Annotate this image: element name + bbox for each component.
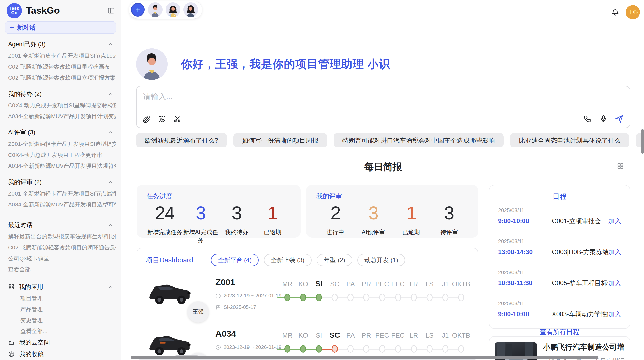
section-my-todo[interactable]: 我的待办 (2)	[8, 90, 113, 98]
entry-title: C003|H0B-方案冻结评审	[552, 248, 608, 256]
list-item[interactable]: Z001-全新燃油皮卡产品开发项目SI节点Lesson Learn报告	[5, 50, 116, 61]
section-label: 最近对话	[8, 221, 33, 229]
join-link[interactable]: 加入	[608, 248, 621, 256]
horizontal-scrollbar[interactable]	[131, 356, 598, 359]
project-code: Z001	[215, 277, 278, 287]
stat-label: 已逾期	[255, 228, 290, 236]
list-item[interactable]: C02-飞腾新能源轻客改款项目立项汇报方案	[5, 72, 116, 83]
stat-in-progress: 2 进行中	[316, 204, 354, 236]
chevron-up-icon[interactable]	[108, 41, 113, 47]
entry-date: 2025/03/11	[498, 238, 621, 244]
image-upload-icon[interactable]	[158, 115, 166, 123]
join-link[interactable]: 加入	[608, 310, 621, 318]
list-item[interactable]: 查看全部...	[5, 264, 116, 275]
join-link[interactable]: 加入	[608, 279, 621, 287]
section-agent-done[interactable]: Agent已办 (3)	[8, 40, 113, 48]
tab-new-body[interactable]: 全新上装 (3)	[264, 254, 312, 266]
list-item[interactable]: C02-飞腾新能源轻客改款项目里程碑画布	[5, 61, 116, 72]
favorites-icon	[8, 351, 15, 357]
sidebar: Task Go TaskGo + 新对话 Agent已办 (3) Z001-全新…	[0, 0, 121, 360]
avatar[interactable]	[148, 2, 163, 17]
project-date-range: 2023-12-19 ~ 2027-01-19	[224, 293, 281, 299]
sidebar-item-favorites[interactable]: 我的收藏	[5, 348, 116, 360]
stat-label: 新增完成任务	[147, 228, 183, 236]
list-item[interactable]: A034-全新新能源MUV产品开发项目法规符合性评审	[5, 160, 116, 171]
milestone-label: PR	[362, 278, 371, 288]
tab-powertrain-dev[interactable]: 动总开发 (1)	[357, 254, 405, 266]
stat-label: 新增AI完成任务	[183, 228, 218, 244]
section-my-review[interactable]: 我的评审 (2)	[8, 178, 113, 186]
list-item[interactable]: Z001-全新燃油轻卡产品开发项目SI造型提交物评审	[5, 139, 116, 149]
stat-label: 已逾期	[392, 228, 430, 236]
stat-overdue: 1 已逾期	[392, 204, 430, 236]
sidebar-item-product-mgmt[interactable]: 产品管理	[5, 304, 116, 315]
chevron-up-icon[interactable]	[108, 179, 113, 185]
milestone-dot	[411, 345, 417, 353]
suggestion-chip[interactable]: 如何写一份清晰的项目周报	[233, 133, 327, 147]
sidebar-item-change-mgmt[interactable]: 变更管理	[5, 315, 116, 326]
microphone-icon[interactable]	[599, 115, 607, 123]
list-item[interactable]: C02-飞腾新能源轻客改款项目的闭环通告反馈情况	[5, 242, 116, 253]
phone-call-icon[interactable]	[583, 115, 592, 123]
milestone-label: SC	[330, 278, 339, 288]
sidebar-item-project-mgmt[interactable]: 项目管理	[5, 293, 116, 304]
stat-label: 我的待办	[219, 228, 255, 236]
milestone-dot	[427, 345, 433, 353]
list-item[interactable]: C0X4-动力总成开发项目工程变更评审	[5, 149, 116, 160]
send-icon[interactable]	[615, 114, 624, 123]
section-ai-review[interactable]: AI评审 (3)	[8, 128, 113, 137]
list-item[interactable]: A034-全新新能源MUV产品开发项目造型可行性评审	[5, 199, 116, 210]
stat-new-done: 24 新增完成任务	[147, 204, 183, 244]
new-chat-button[interactable]: + 新对话	[5, 21, 116, 34]
milestone: PEC	[374, 278, 390, 301]
suggestion-chip[interactable]: 比亚迪全固态电池计划具体说了什么	[510, 133, 629, 147]
list-item[interactable]: A034-全新新能源MUV产品开发项目计划变更表编写	[5, 111, 116, 122]
attachment-icon[interactable]	[143, 115, 151, 123]
section-recent-chats[interactable]: 最近对话	[8, 221, 113, 229]
assistant-avatar	[136, 48, 168, 80]
section-my-apps[interactable]: 我的应用	[8, 283, 113, 291]
avatar[interactable]	[183, 2, 198, 17]
chevron-up-icon[interactable]	[108, 284, 113, 290]
list-item[interactable]: 公司Q3轻卡销量	[5, 253, 116, 264]
milestone-label: MR	[282, 278, 292, 288]
project-row[interactable]: 王强 Z001 2023-12-19 ~ 2027-01-19 SI-2025-…	[146, 276, 469, 319]
entry-time: 10:30-11:30	[498, 279, 552, 287]
milestone-label: OKTB	[452, 329, 470, 339]
entry-time: 13:00-14:30	[498, 248, 552, 256]
add-session-button[interactable]: +	[131, 3, 145, 17]
chevron-up-icon[interactable]	[108, 91, 113, 97]
chevron-up-icon[interactable]	[108, 222, 113, 228]
stat-value: 3	[219, 204, 255, 222]
scissors-icon[interactable]	[173, 115, 181, 123]
composer-right-tools	[583, 114, 624, 123]
chat-input[interactable]	[143, 92, 449, 101]
sidebar-item-view-all-apps[interactable]: 查看全部...	[5, 326, 116, 337]
milestone-dot	[300, 294, 306, 301]
view-all-schedule-link[interactable]: 查看所有日程	[498, 327, 621, 336]
vertical-scrollbar[interactable]	[641, 129, 644, 154]
user-avatar[interactable]: 王强	[626, 5, 640, 19]
tab-all-new-platform[interactable]: 全新平台 (4)	[211, 254, 259, 266]
list-item[interactable]: 解释最新出台的欧盟报废车法规再生塑料比例被调至15%...	[5, 231, 116, 242]
sidebar-item-cloud-space[interactable]: 我的云空间	[5, 337, 116, 348]
milestone-label: MR	[282, 329, 292, 339]
entry-time: 9:00-10:00	[498, 310, 552, 318]
list-item[interactable]: Z001-全新燃油轻卡产品开发项目SI节点属性5D文件评审	[5, 188, 116, 199]
section-label: Agent已办 (3)	[8, 40, 46, 48]
sidebar-collapse-icon[interactable]	[107, 7, 115, 14]
tab-model-year[interactable]: 年型 (2)	[317, 254, 352, 266]
layout-grid-icon[interactable]	[617, 162, 624, 170]
suggestion-chip[interactable]: 欧洲新规最近颁布了什么?	[136, 133, 227, 147]
milestone-label: LR	[409, 278, 418, 288]
suggestion-chip[interactable]: 特朗普可能对进口汽车增税会对中国车企造成哪些影响	[334, 133, 504, 147]
avatar[interactable]	[166, 2, 180, 17]
list-item[interactable]: C0X4-动力总成开发项目SI里程碑提交物检查	[5, 100, 116, 111]
chevron-up-icon[interactable]	[108, 130, 113, 135]
milestone-dot	[284, 294, 290, 301]
project-date-range: 2023-12-19 ~ 2026-01-19	[224, 344, 281, 350]
greeting: 你好，王强，我是你的项目管理助理 小识	[136, 48, 390, 80]
join-link[interactable]: 加入	[608, 217, 621, 225]
notification-bell-icon[interactable]	[611, 8, 619, 16]
project-row[interactable]: 王强 A034 2023-12-19 ~ 2026-01-19 SC-2025-…	[146, 328, 469, 360]
